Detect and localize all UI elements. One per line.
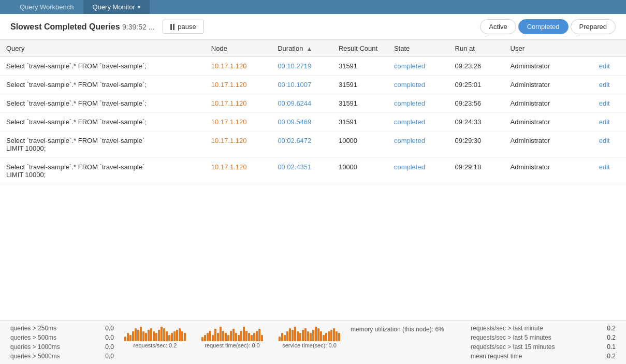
stat-value: 0.2 — [600, 353, 616, 360]
cell-query: Select `travel-sample`.* FROM `travel-sa… — [0, 94, 205, 113]
cell-run-at: 09:29:30 — [449, 132, 504, 158]
cell-state: completed — [388, 57, 449, 76]
cell-action: edit — [593, 158, 626, 184]
col-user: User — [504, 40, 593, 57]
cell-result-count: 31591 — [332, 94, 388, 113]
edit-link[interactable]: edit — [599, 62, 610, 70]
cell-state: completed — [388, 94, 449, 113]
col-run-at: Run at — [449, 40, 504, 57]
cell-action: edit — [593, 57, 626, 76]
chart-bar — [281, 333, 283, 341]
chart-bar — [317, 328, 319, 341]
chart-bar — [279, 337, 281, 341]
chart-bar — [158, 330, 160, 341]
cell-node: 10.17.1.120 — [205, 57, 271, 76]
chart-bar — [299, 333, 301, 341]
edit-link[interactable]: edit — [599, 99, 610, 107]
nav-query-monitor[interactable]: Query Monitor ▾ — [83, 0, 150, 14]
chart-bar — [142, 331, 144, 341]
edit-link[interactable]: edit — [599, 81, 610, 89]
chart-bar — [289, 328, 291, 341]
chart2-label: request time(sec): 0.0 — [205, 342, 259, 348]
cell-duration: 00:09.6244 — [271, 94, 332, 113]
right-stats-group: requests/sec > last minute0.2requests/se… — [471, 325, 616, 360]
chart-bar — [173, 331, 176, 341]
chart-bar — [230, 331, 232, 341]
chart-bar — [132, 331, 134, 341]
cell-query: Select `travel-sample`.* FROM `travel-sa… — [0, 113, 205, 132]
col-action — [593, 40, 626, 57]
left-stats-group: queries > 250ms0.0queries > 500ms0.0quer… — [10, 325, 114, 360]
chart-bar — [328, 331, 330, 341]
stat-value: 0.2 — [600, 325, 616, 332]
chart-bar — [286, 331, 288, 341]
stat-value: 0.0 — [98, 334, 114, 341]
chart-bar — [148, 330, 150, 341]
col-duration[interactable]: Duration ▲ — [271, 40, 332, 57]
chart-bar — [127, 333, 129, 341]
edit-link[interactable]: edit — [599, 163, 610, 171]
chart-bar — [248, 333, 250, 341]
stat-row: queries > 500ms0.0 — [10, 334, 114, 341]
chart-bar — [304, 328, 307, 341]
cell-action: edit — [593, 76, 626, 94]
memory-group: memory utilization (this node): 6% — [351, 325, 444, 333]
col-state: State — [388, 40, 449, 57]
filter-active[interactable]: Active — [480, 19, 516, 34]
chart-bar — [261, 335, 263, 341]
stat-label: queries > 250ms — [10, 325, 56, 332]
stat-value: 0.0 — [98, 353, 114, 360]
cell-node: 10.17.1.120 — [205, 132, 271, 158]
edit-link[interactable]: edit — [599, 137, 610, 144]
chart-bar — [292, 330, 294, 341]
chart-bar — [240, 331, 242, 341]
chart-bar — [137, 330, 139, 341]
chart-bar — [214, 329, 216, 341]
chart-bar — [163, 328, 165, 341]
col-query: Query — [0, 40, 205, 57]
filter-completed[interactable]: Completed — [518, 19, 569, 34]
cell-state: completed — [388, 132, 449, 158]
cell-user: Administrator — [504, 158, 593, 184]
cell-duration: 00:09.5469 — [271, 113, 332, 132]
cell-state: completed — [388, 113, 449, 132]
chart-bar — [155, 333, 157, 341]
nav-query-workbench[interactable]: Query Workbench — [10, 0, 83, 14]
memory-label: memory utilization (this node): 6% — [351, 326, 444, 333]
chart-bar — [129, 335, 132, 341]
edit-link[interactable]: edit — [599, 118, 610, 126]
chart-bar — [238, 335, 240, 341]
stat-row: queries > 250ms0.0 — [10, 325, 114, 332]
chart-bar — [168, 335, 170, 341]
filter-prepared[interactable]: Prepared — [571, 19, 616, 34]
cell-duration: 00:10.2719 — [271, 57, 332, 76]
table-row: Select `travel-sample`.* FROM `travel-sa… — [0, 57, 626, 76]
cell-query: Select `travel-sample`.* FROM `travel-sa… — [0, 158, 205, 184]
cell-result-count: 10000 — [332, 132, 388, 158]
chart-bar — [294, 327, 296, 341]
stat-label: mean request time — [471, 353, 522, 360]
table-row: Select `travel-sample`.* FROM `travel-sa… — [0, 76, 626, 94]
chart-bar — [251, 335, 253, 341]
chart-bar — [212, 335, 214, 341]
cell-run-at: 09:29:18 — [449, 158, 504, 184]
cell-result-count: 31591 — [332, 113, 388, 132]
chart-bar — [336, 331, 338, 341]
cell-node: 10.17.1.120 — [205, 76, 271, 94]
chart-bar — [235, 333, 237, 341]
cell-duration: 00:02.6472 — [271, 132, 332, 158]
charts-container: requests/sec: 0.2 request time(sec): 0.0… — [124, 325, 340, 348]
sort-asc-icon: ▲ — [307, 46, 312, 52]
chart-bar — [209, 331, 211, 341]
chart-bar — [284, 335, 286, 341]
chart-bar — [297, 331, 299, 341]
chart3-label: service time(sec): 0.0 — [282, 342, 337, 348]
pause-button[interactable]: pause — [163, 20, 203, 34]
chart-bar — [338, 333, 340, 341]
chart-bar — [243, 327, 245, 341]
cell-query: Select `travel-sample`.* FROM `travel-sa… — [0, 57, 205, 76]
chart-bar — [153, 331, 155, 341]
chart-bar — [333, 328, 335, 341]
cell-user: Administrator — [504, 76, 593, 94]
chart-bar — [302, 330, 304, 341]
